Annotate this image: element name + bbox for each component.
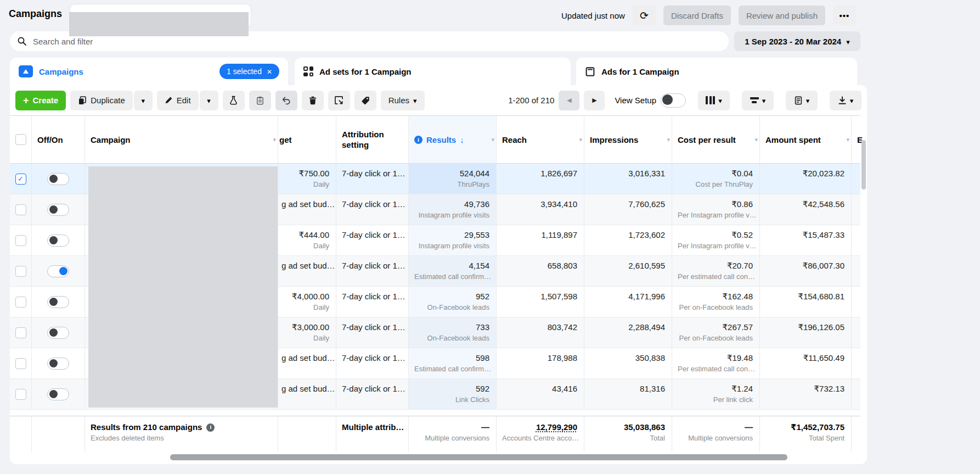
header-budget[interactable]: get [278,116,336,163]
off-on-toggle[interactable] [47,358,69,370]
selected-count-label: 1 selected [227,67,262,76]
header-campaign[interactable]: Campaign [85,116,278,163]
off-on-toggle[interactable] [47,204,69,216]
export-import-button[interactable] [328,91,350,110]
budget-cell: ₹750.00 Daily [278,164,336,194]
ads-page-icon [585,66,595,77]
tab-campaigns[interactable]: Campaigns 1 selected [10,58,288,85]
vertical-scrollbar[interactable] [861,140,866,189]
view-setup-label: View Setup [615,96,656,105]
export-button[interactable] [830,91,861,110]
more-options-button[interactable]: ••• [833,5,856,25]
row-select-cell [10,317,32,348]
ab-test-button[interactable] [223,91,245,110]
reach-cell: 658,803 [497,256,584,286]
refresh-icon: ⟳ [640,10,649,21]
summary-impressions-cell: 35,038,863 Total [584,416,672,452]
header-results[interactable]: Results [409,116,497,163]
summary-amount-spent-cell: ₹1,452,703.75 Total Spent [760,416,852,452]
tab-campaigns-label: Campaigns [39,67,83,76]
row-checkbox[interactable] [15,204,26,215]
info-icon[interactable] [414,136,423,144]
header-amount-spent[interactable]: Amount spent [760,116,852,163]
ellipsis-icon: ••• [840,11,850,20]
row-checkbox[interactable] [15,235,26,246]
cost-per-result-cell: ₹0.52 Per Instagram profile v… [672,225,760,255]
download-icon [838,96,847,105]
columns-button[interactable] [698,91,730,110]
impressions-cell: 2,610,595 [584,256,672,286]
impressions-cell: 2,288,494 [584,317,672,348]
row-checkbox[interactable] [15,174,26,185]
breakdown-button[interactable] [742,91,774,110]
create-button[interactable]: Create [15,91,66,110]
next-page-button[interactable]: ▶ [584,91,605,110]
refresh-button[interactable]: ⟳ [633,5,656,25]
ends-cell [852,256,863,286]
off-on-toggle[interactable] [47,265,69,277]
off-on-toggle[interactable] [47,388,69,400]
discard-drafts-button[interactable]: Discard Drafts [663,5,731,25]
tag-icon [361,96,370,105]
row-checkbox[interactable] [15,358,26,369]
off-on-toggle[interactable] [47,296,69,308]
duplicate-dropdown-button[interactable] [134,91,153,110]
info-icon[interactable] [206,423,215,432]
tab-ad-sets[interactable]: Ad sets for 1 Campaign [295,58,571,85]
chevron-down-icon [762,96,766,105]
trash-icon [308,96,317,105]
row-select-cell [10,256,32,286]
review-and-publish-button[interactable]: Review and publish [739,5,825,25]
off-on-toggle[interactable] [47,327,69,339]
reach-cell: 43,416 [497,379,584,409]
summary-attribution-cell: Multiple attrib… [336,416,409,452]
selected-count-badge[interactable]: 1 selected [219,64,279,79]
edit-dropdown-button[interactable] [200,91,218,110]
cost-per-result-cell: ₹19.48 Per estimated call con… [672,348,760,378]
header-impressions[interactable]: Impressions [584,116,672,163]
attribution-cell: 7-day click or 1… [336,256,409,286]
row-checkbox[interactable] [15,297,26,308]
ends-cell [852,348,863,378]
view-setup-toggle[interactable] [661,93,686,108]
date-range-picker[interactable]: 1 Sep 2023 - 20 Mar 2024 [734,31,860,51]
row-select-cell [10,164,32,194]
row-checkbox[interactable] [15,389,26,400]
row-select-cell [10,194,32,225]
row-checkbox[interactable] [15,327,26,338]
tag-button[interactable] [354,91,376,110]
undo-icon [281,96,291,105]
chevron-down-icon [806,96,810,105]
header-attribution-setting[interactable]: Attribution setting [336,116,409,163]
reach-cell: 178,988 [497,348,584,378]
rules-button[interactable]: Rules [381,91,425,110]
delete-button[interactable] [302,91,324,110]
attribution-cell: 7-day click or 1… [336,194,409,225]
reach-cell: 1,826,697 [497,164,584,194]
ends-cell [852,379,863,409]
search-placeholder: Search and filter [33,37,93,46]
edit-button[interactable]: Edit [157,91,199,110]
tab-ads[interactable]: Ads for 1 Campaign [576,58,857,85]
undo-button[interactable] [275,91,297,110]
previous-page-button[interactable]: ◀ [559,91,579,110]
row-select-cell [10,225,32,255]
header-cost-per-result[interactable]: Cost per result [672,116,760,163]
paste-button[interactable] [249,91,271,110]
row-toggle-cell [32,194,85,225]
off-on-toggle[interactable] [47,235,69,247]
chevron-down-icon [718,96,722,105]
select-all-checkbox[interactable] [15,134,26,145]
header-reach[interactable]: Reach [497,116,584,163]
duplicate-button[interactable]: Duplicate [70,91,133,110]
summary-results-cell: — Multiple conversions [409,416,497,452]
horizontal-scrollbar[interactable] [170,454,787,460]
off-on-toggle[interactable] [47,173,69,185]
tab-ads-label: Ads for 1 Campaign [601,67,679,76]
redacted-campaign-names [88,166,278,408]
row-checkbox[interactable] [15,266,26,277]
summary-off-on-cell [32,416,85,452]
ads-manager-campaigns-screen: { "colors": { "accent_blue": "#1877F2", … [0,0,980,474]
close-icon[interactable] [267,67,272,76]
reports-button[interactable] [786,91,818,110]
